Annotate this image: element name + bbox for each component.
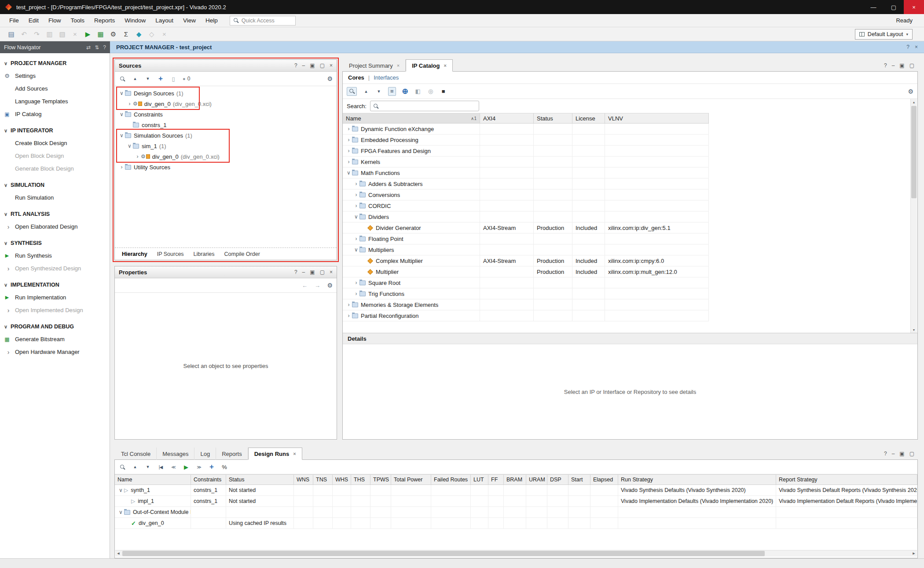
column-header-axi4[interactable]: AXI4 xyxy=(480,113,534,123)
collapse-all-icon[interactable]: ▲ xyxy=(363,87,370,96)
clipboard-icon[interactable]: ▯ xyxy=(170,74,177,83)
expander-open-icon[interactable]: ∨ xyxy=(118,90,125,96)
expand-all-icon[interactable]: ▼ xyxy=(144,462,151,471)
expander-open-icon[interactable]: ∨ xyxy=(118,132,125,138)
column-header-lut[interactable]: LUT xyxy=(471,475,488,484)
flow-item-language-templates[interactable]: Language Templates xyxy=(0,95,110,108)
maximize-icon[interactable]: ▢ xyxy=(909,451,914,457)
column-header-vlnv[interactable]: VLNV xyxy=(605,113,709,123)
column-header-elapsed[interactable]: Elapsed xyxy=(590,475,618,484)
column-header-status[interactable]: Status xyxy=(226,475,294,484)
scroll-left-icon[interactable]: ◀ xyxy=(115,550,121,557)
refresh-icon[interactable]: ◎ xyxy=(427,87,434,96)
ip-row-fpga-features-and-design[interactable]: ›FPGA Features and Design xyxy=(343,146,709,157)
expander-open-icon[interactable]: ∨ xyxy=(118,111,125,117)
sources-tab-hierarchy[interactable]: Hierarchy xyxy=(117,249,152,259)
sources-tab-ip-sources[interactable]: IP Sources xyxy=(153,249,188,259)
gear-icon[interactable]: ⚙ xyxy=(327,75,333,82)
tree-row-simulation-sources[interactable]: ∨Simulation Sources(1) xyxy=(115,130,337,141)
ip-row-divider-generator[interactable]: Divider GeneratorAXI4-StreamProductionIn… xyxy=(343,222,709,233)
add-sources-icon[interactable]: + xyxy=(157,74,164,83)
tab-log[interactable]: Log xyxy=(194,448,216,460)
column-header-bram[interactable]: BRAM xyxy=(504,475,526,484)
stop-icon[interactable]: ■ xyxy=(440,87,447,96)
flow-item-open-synthesized-design[interactable]: ›Open Synthesized Design xyxy=(0,262,110,275)
close-icon[interactable]: × xyxy=(915,44,918,50)
quick-access-input[interactable]: Quick Access xyxy=(230,16,296,25)
column-header-constraints[interactable]: Constraints xyxy=(191,475,226,484)
tree-row-constrs-1[interactable]: constrs_1 xyxy=(115,120,337,130)
tab-tcl-console[interactable]: Tcl Console xyxy=(115,448,157,460)
ip-row-trig-functions[interactable]: ›Trig Functions xyxy=(343,288,709,299)
tree-row-design-sources[interactable]: ∨Design Sources(1) xyxy=(115,88,337,98)
close-tab-icon[interactable]: × xyxy=(397,63,400,68)
column-header-dsp[interactable]: DSP xyxy=(547,475,568,484)
column-header-status[interactable]: Status xyxy=(534,113,572,123)
flow-section-header-implementation[interactable]: ∨IMPLEMENTATION xyxy=(0,279,110,291)
flow-item-open-elaborated-design[interactable]: ›Open Elaborated Design xyxy=(0,220,110,233)
tab-reports[interactable]: Reports xyxy=(216,448,248,460)
menu-flow[interactable]: Flow xyxy=(44,15,66,26)
help-icon[interactable]: ? xyxy=(294,62,297,69)
ip-row-multipliers[interactable]: ∨Multipliers xyxy=(343,244,709,255)
float-icon[interactable]: ▣ xyxy=(899,62,904,69)
column-header-name[interactable]: Name∧1 xyxy=(343,113,480,123)
run-icon[interactable]: ▶ xyxy=(183,462,190,471)
vertical-scrollbar[interactable]: ▲ ▼ xyxy=(910,99,917,333)
float-icon[interactable]: ▣ xyxy=(899,451,904,457)
tab-project-summary[interactable]: Project Summary× xyxy=(343,59,406,72)
messages-badge-icon[interactable]: ●0 xyxy=(183,74,190,83)
expander-closed-icon[interactable]: › xyxy=(353,192,359,198)
flow-section-header-rtl-analysis[interactable]: ∨RTL ANALYSIS xyxy=(0,208,110,220)
flow-item-generate-bitstream[interactable]: ▦Generate Bitstream xyxy=(0,333,110,346)
expander-open-icon[interactable]: ∨ xyxy=(126,143,133,149)
step-back-icon[interactable]: ≪ xyxy=(170,462,177,471)
scrollbar-thumb[interactable] xyxy=(122,551,765,556)
gear-icon[interactable]: ⚙ xyxy=(327,282,333,289)
ip-row-partial-reconfiguration[interactable]: ›Partial Reconfiguration xyxy=(343,310,709,321)
expander-closed-icon[interactable]: › xyxy=(126,101,133,107)
close-icon[interactable]: × xyxy=(330,62,333,69)
open-icon[interactable]: ▤ xyxy=(5,29,17,40)
expander-closed-icon[interactable]: › xyxy=(353,203,359,209)
column-header-start[interactable]: Start xyxy=(568,475,590,484)
column-header-license[interactable]: License xyxy=(572,113,605,123)
subtab-interfaces[interactable]: Interfaces xyxy=(374,74,399,81)
flow-item-open-hardware-manager[interactable]: ›Open Hardware Manager xyxy=(0,346,110,358)
ip-row-complex-multiplier[interactable]: Complex MultiplierAXI4-StreamProductionI… xyxy=(343,255,709,266)
settings-icon[interactable]: ⚙ xyxy=(107,29,119,40)
ip-row-square-root[interactable]: ›Square Root xyxy=(343,277,709,288)
menu-help[interactable]: Help xyxy=(201,15,223,26)
search-icon[interactable] xyxy=(119,462,126,471)
collapse-all-icon[interactable]: ▲ xyxy=(132,74,139,83)
column-header-name[interactable]: Name xyxy=(115,475,191,484)
expander-open-icon[interactable]: ∨ xyxy=(117,487,124,493)
column-header-total-power[interactable]: Total Power xyxy=(391,475,431,484)
search-input[interactable] xyxy=(370,101,479,111)
tree-row-div-gen-0[interactable]: ›⚙div_gen_0(div_gen_0.xci) xyxy=(115,151,337,162)
column-header-run-strategy[interactable]: Run Strategy xyxy=(618,475,776,484)
expand-icon[interactable]: ⇅ xyxy=(95,44,99,51)
flow-item-generate-block-design[interactable]: Generate Block Design xyxy=(0,162,110,175)
scrollbar-thumb[interactable] xyxy=(911,106,917,198)
close-icon[interactable]: × xyxy=(330,269,333,275)
menu-edit[interactable]: Edit xyxy=(24,15,44,26)
ip-row-floating-point[interactable]: ›Floating Point xyxy=(343,233,709,244)
scroll-right-icon[interactable]: ▶ xyxy=(911,550,917,557)
flow-item-add-sources[interactable]: Add Sources xyxy=(0,82,110,95)
layout-selector[interactable]: Default Layout ▾ xyxy=(855,29,913,40)
float-icon[interactable]: ▣ xyxy=(310,62,315,69)
flow-item-create-block-design[interactable]: Create Block Design xyxy=(0,137,110,149)
ip-settings-wrench-icon[interactable]: ◧ xyxy=(414,87,422,96)
expander-closed-icon[interactable]: › xyxy=(118,164,125,170)
expander-open-icon[interactable]: ∨ xyxy=(117,509,124,515)
tree-row-div-gen-0[interactable]: ›⚙div_gen_0(div_gen_0.xci) xyxy=(115,98,337,109)
menu-window[interactable]: Window xyxy=(120,15,150,26)
design-run-row-out-of-context-module-runs[interactable]: ∨Out-of-Context Module Runs xyxy=(115,507,917,518)
horizontal-scrollbar[interactable]: ◀ ▶ xyxy=(115,550,917,557)
column-header-ths[interactable]: THS xyxy=(351,475,370,484)
tab-design-runs[interactable]: Design Runs× xyxy=(248,448,302,460)
maximize-button[interactable]: ▢ xyxy=(884,0,904,14)
menu-view[interactable]: View xyxy=(178,15,201,26)
ip-row-multiplier[interactable]: MultiplierProductionIncludedxilinx.com:i… xyxy=(343,266,709,277)
